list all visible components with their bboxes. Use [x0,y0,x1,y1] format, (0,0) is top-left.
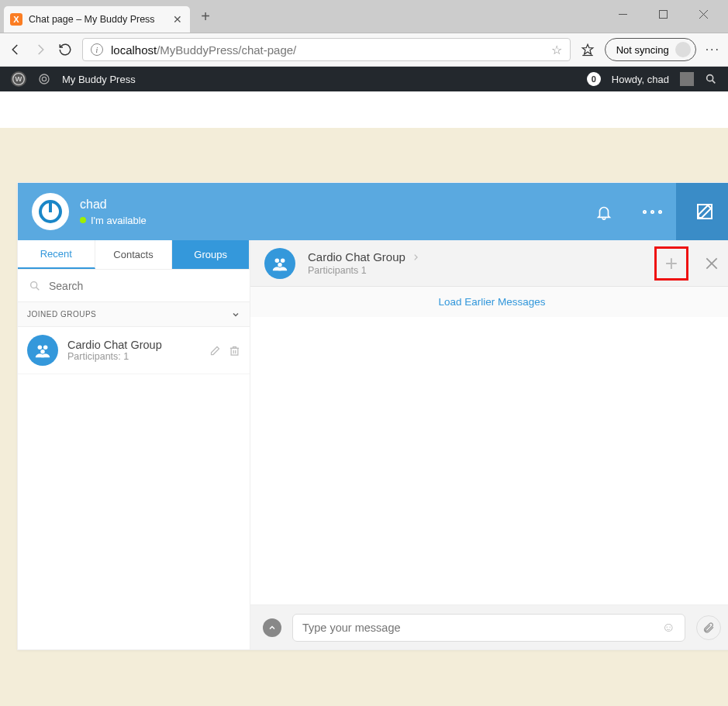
load-earlier-link[interactable]: Load Earlier Messages [250,287,728,317]
svg-point-15 [38,346,43,350]
svg-marker-4 [582,44,593,54]
messenger-widget: chad I'm available [17,182,728,650]
browser-tab-strip: X Chat page – My Buddy Press ✕ + [0,0,728,33]
admin-search-icon[interactable] [705,73,717,85]
svg-line-11 [712,81,716,84]
notification-badge[interactable]: 0 [587,72,601,86]
site-info-icon[interactable]: i [91,43,103,56]
user-greeting[interactable]: Howdy, chad [612,74,669,85]
svg-rect-18 [231,348,238,355]
site-name[interactable]: My Buddy Press [62,74,136,85]
expand-compose-button[interactable] [263,618,281,637]
svg-point-17 [40,350,45,354]
user-avatar-icon[interactable] [680,72,694,86]
address-bar: i localhost/MyBuddyPress/chat-page/ ☆ No… [0,33,728,67]
message-input-wrap: ☺ [292,614,685,642]
sync-label: Not syncing [616,44,669,56]
user-name: chad [80,198,147,212]
window-maximize-button[interactable] [646,3,680,25]
forward-button[interactable] [33,42,48,57]
notifications-button[interactable] [580,183,628,240]
svg-point-10 [707,75,713,81]
tab-recent[interactable]: Recent [18,240,95,269]
compose-row: ☺ [250,604,728,649]
browser-tab[interactable]: X Chat page – My Buddy Press ✕ [4,6,190,33]
svg-text:W: W [16,75,22,83]
wp-admin-bar: W My Buddy Press 0 Howdy, chad [0,67,728,91]
search-icon [29,280,41,292]
url-text: localhost/MyBuddyPress/chat-page/ [111,43,296,57]
group-list-item[interactable]: Cardio Chat Group Participants: 1 [18,327,250,374]
emoji-icon[interactable]: ☺ [662,620,675,635]
group-name: Cardio Chat Group [67,339,162,351]
message-input[interactable] [302,622,662,634]
chevron-right-icon[interactable] [412,253,419,261]
user-status[interactable]: I'm available [80,215,147,226]
favicon-icon: X [10,13,22,26]
group-participants: Participants: 1 [67,351,162,362]
refresh-button[interactable] [57,42,73,57]
sidebar-tabs: Recent Contacts Groups [18,240,250,270]
back-button[interactable] [8,42,23,57]
favorites-button[interactable] [580,42,595,57]
group-avatar-icon [27,335,58,366]
window-close-button[interactable] [686,3,720,25]
compose-button[interactable] [676,183,728,240]
conversation-participants: Participants 1 [308,265,419,276]
page-background: chad I'm available [0,128,728,706]
messenger-header: chad I'm available [18,183,728,240]
site-home-icon[interactable] [37,72,51,86]
url-input[interactable]: i localhost/MyBuddyPress/chat-page/ ☆ [82,38,571,61]
section-header[interactable]: JOINED GROUPS [18,302,250,327]
window-controls [606,0,728,25]
tab-contacts[interactable]: Contacts [95,240,173,269]
chevron-down-icon [231,310,240,319]
window-minimize-button[interactable] [606,3,640,25]
svg-point-9 [40,74,49,84]
conversation-panel: Cardio Chat Group Participants 1 + [250,240,728,649]
svg-point-24 [278,263,282,267]
svg-point-8 [42,77,46,81]
tab-groups[interactable]: Groups [172,240,250,269]
profile-avatar-icon [675,42,691,57]
add-participant-button[interactable]: + [654,246,688,281]
tab-close-icon[interactable]: ✕ [173,13,182,26]
sync-button[interactable]: Not syncing [605,38,696,61]
status-dot-icon [80,217,86,223]
conversation-header: Cardio Chat Group Participants 1 + [250,240,728,287]
tab-title: Chat page – My Buddy Press [29,14,167,25]
power-icon [39,200,62,223]
conversation-title: Cardio Chat Group [308,250,405,263]
new-tab-button[interactable]: + [195,8,216,26]
options-button[interactable] [628,183,676,240]
close-conversation-button[interactable] [704,256,719,271]
svg-line-14 [36,287,40,290]
trash-icon[interactable] [229,345,240,356]
user-avatar[interactable] [32,193,69,230]
sidebar: Recent Contacts Groups JOINED GROUPS [18,240,250,649]
favorite-icon[interactable]: ☆ [551,43,562,57]
svg-point-23 [281,258,285,263]
edit-icon[interactable] [209,345,221,356]
browser-menu-button[interactable]: ··· [706,43,720,57]
svg-point-22 [275,258,280,263]
messages-area [250,317,728,604]
dots-icon [643,210,662,214]
search-input[interactable] [49,280,239,292]
attach-button[interactable] [696,615,721,640]
search-row [18,270,250,302]
svg-point-13 [31,281,37,288]
svg-point-16 [43,346,47,350]
plus-icon: + [665,251,678,276]
svg-rect-1 [659,10,667,18]
conversation-avatar-icon [264,248,295,279]
wordpress-logo-icon[interactable]: W [11,71,26,87]
